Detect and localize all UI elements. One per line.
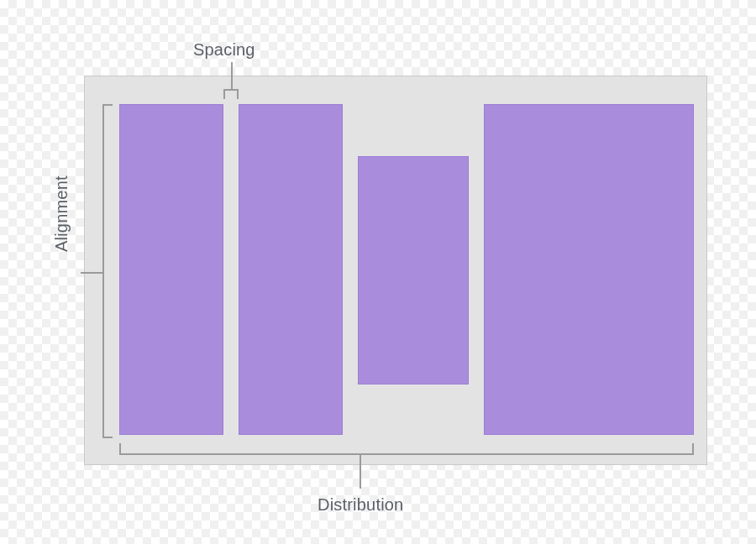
alignment-label: Alignment <box>52 175 71 252</box>
distribution-label: Distribution <box>318 495 403 515</box>
stack-item <box>358 156 469 384</box>
alignment-bracket <box>102 104 113 438</box>
stack-item <box>484 104 694 435</box>
spacing-label: Spacing <box>193 40 255 60</box>
spacing-bracket <box>223 89 239 99</box>
distribution-bracket <box>119 443 694 455</box>
stack-item <box>119 104 223 435</box>
diagram-stage: Alignment Spacing Distribution <box>0 0 756 544</box>
stack-item <box>239 104 343 435</box>
